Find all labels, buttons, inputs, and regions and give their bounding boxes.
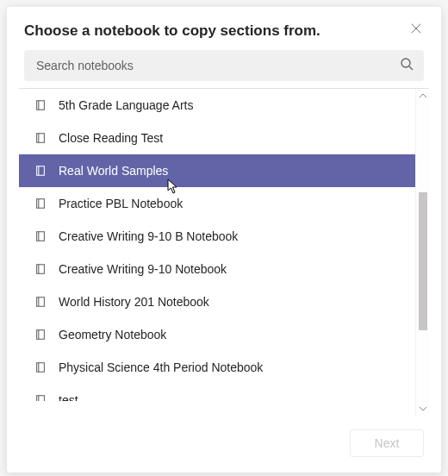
svg-rect-22	[37, 396, 45, 401]
notebook-icon	[34, 99, 47, 111]
notebook-item[interactable]: Creative Writing 9-10 B Notebook	[19, 220, 415, 253]
notebook-label: World History 201 Notebook	[59, 295, 209, 309]
notebook-label: 5th Grade Language Arts	[59, 98, 193, 112]
notebook-item[interactable]: Close Reading Test	[19, 122, 415, 154]
svg-rect-14	[37, 265, 45, 274]
search-input[interactable]	[24, 50, 424, 81]
notebook-icon	[34, 394, 47, 401]
svg-rect-12	[37, 232, 45, 241]
notebook-item[interactable]: Creative Writing 9-10 Notebook	[19, 253, 415, 285]
notebook-item[interactable]: Geometry Notebook	[19, 318, 415, 351]
notebook-item[interactable]: 5th Grade Language Arts	[19, 89, 415, 122]
notebook-label: Creative Writing 9-10 B Notebook	[59, 229, 238, 243]
notebook-icon	[34, 197, 47, 210]
svg-rect-20	[37, 363, 45, 373]
scroll-track[interactable]	[416, 103, 429, 402]
copy-sections-dialog: Choose a notebook to copy sections from.…	[7, 7, 441, 473]
svg-rect-6	[37, 134, 45, 143]
svg-rect-16	[37, 298, 45, 307]
dialog-header: Choose a notebook to copy sections from.	[19, 22, 429, 50]
notebook-item[interactable]: World History 201 Notebook	[19, 285, 415, 318]
notebook-label: Real World Samples	[59, 164, 168, 178]
next-button[interactable]: Next	[350, 429, 424, 457]
notebook-label: Geometry Notebook	[59, 328, 166, 341]
svg-rect-18	[37, 330, 45, 340]
svg-rect-4	[37, 101, 45, 110]
notebook-icon	[34, 329, 47, 341]
notebook-list-container: 5th Grade Language Arts Close Reading Te…	[19, 88, 429, 416]
notebook-label: Physical Science 4th Period Notebook	[59, 360, 263, 374]
scroll-thumb[interactable]	[419, 192, 427, 330]
notebook-label: test	[59, 393, 78, 401]
svg-rect-10	[37, 199, 45, 209]
scroll-up-arrow[interactable]	[416, 89, 430, 103]
scrollbar[interactable]	[415, 89, 429, 416]
notebook-item[interactable]: Physical Science 4th Period Notebook	[19, 351, 415, 384]
notebook-list: 5th Grade Language Arts Close Reading Te…	[19, 89, 415, 416]
notebook-label: Practice PBL Notebook	[59, 197, 183, 210]
scroll-down-arrow[interactable]	[416, 402, 430, 416]
notebook-icon	[34, 361, 47, 373]
notebook-label: Close Reading Test	[59, 131, 163, 145]
notebook-icon	[34, 165, 47, 177]
search-wrapper	[24, 50, 424, 81]
notebook-item[interactable]: Real World Samples	[19, 154, 415, 187]
notebook-label: Creative Writing 9-10 Notebook	[59, 262, 227, 276]
notebook-icon	[34, 132, 47, 144]
notebook-icon	[34, 296, 47, 308]
notebook-icon	[34, 230, 47, 242]
dialog-title: Choose a notebook to copy sections from.	[24, 22, 320, 40]
close-button[interactable]	[408, 22, 424, 38]
dialog-footer: Next	[19, 416, 429, 460]
notebook-icon	[34, 263, 47, 275]
svg-rect-8	[37, 166, 45, 176]
notebook-item[interactable]: test	[19, 384, 415, 401]
notebook-item[interactable]: Practice PBL Notebook	[19, 187, 415, 220]
close-icon	[410, 22, 422, 38]
